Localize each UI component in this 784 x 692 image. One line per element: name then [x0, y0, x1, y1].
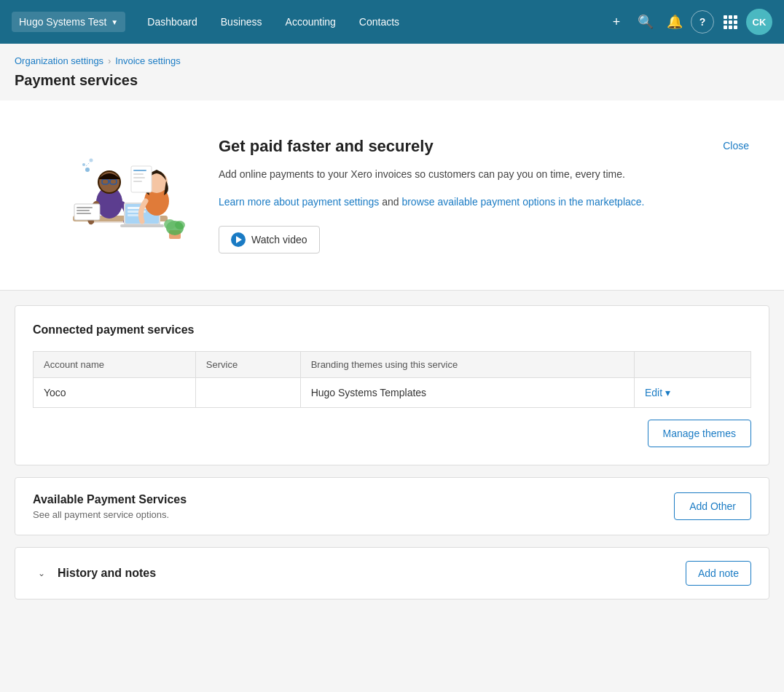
help-button[interactable]: ? [691, 10, 714, 34]
navbar: Hugo Systems Test ▼ Dashboard Business A… [0, 0, 784, 44]
promo-title: Get paid faster and securely [219, 137, 755, 156]
illustration-svg [29, 122, 189, 268]
search-icon: 🔍 [638, 14, 654, 30]
connected-table: Account name Service Branding themes usi… [33, 351, 751, 408]
plus-icon: + [613, 15, 621, 30]
svg-point-24 [85, 168, 90, 172]
cell-branding-themes: Hugo Systems Templates [300, 378, 634, 408]
cell-account-name: Yoco [34, 378, 196, 408]
svg-rect-29 [133, 170, 146, 171]
history-toggle-button[interactable]: ⌄ [33, 565, 50, 582]
available-title: Available Payment Services [33, 493, 187, 506]
promo-content: Close Get paid faster and securely Add o… [219, 137, 755, 253]
nav-dashboard[interactable]: Dashboard [137, 10, 208, 34]
breadcrumb-invoice-settings[interactable]: Invoice settings [115, 55, 181, 66]
svg-point-25 [82, 163, 85, 166]
promo-links: Learn more about payment settings and br… [219, 194, 755, 211]
grid-menu-button[interactable] [717, 9, 743, 35]
play-icon [231, 232, 246, 247]
learn-more-link[interactable]: Learn more about payment settings [219, 196, 379, 208]
main-content: Connected payment services Account name … [0, 291, 784, 614]
col-account-name: Account name [34, 352, 196, 378]
available-section: Available Payment Services See all payme… [15, 478, 769, 535]
table-header: Account name Service Branding themes usi… [34, 352, 751, 378]
col-actions [635, 352, 751, 378]
svg-rect-18 [77, 210, 90, 211]
search-button[interactable]: 🔍 [632, 9, 659, 35]
page-title: Payment services [0, 69, 784, 101]
chevron-down-icon: ⌄ [38, 568, 45, 578]
svg-point-26 [90, 159, 93, 162]
svg-rect-30 [133, 173, 144, 175]
breadcrumb: Organization settings › Invoice settings [0, 44, 784, 69]
manage-themes-button[interactable]: Manage themes [648, 420, 751, 447]
brand-chevron-icon: ▼ [111, 18, 118, 26]
svg-rect-32 [133, 181, 142, 182]
link-conjunction: and [379, 196, 401, 208]
connected-payment-services-card: Connected payment services Account name … [15, 305, 769, 465]
add-other-button[interactable]: Add Other [674, 492, 751, 520]
svg-point-22 [164, 219, 176, 229]
marketplace-link[interactable]: browse available payment options in the … [401, 196, 644, 208]
grid-icon [724, 15, 737, 29]
brand-label: Hugo Systems Test [19, 16, 106, 28]
edit-button[interactable]: Edit ▾ [645, 387, 670, 398]
brand-selector[interactable]: Hugo Systems Test ▼ [12, 12, 125, 32]
svg-line-27 [86, 162, 90, 166]
svg-rect-17 [77, 207, 93, 208]
available-description: See all payment service options. [33, 509, 187, 520]
svg-rect-19 [77, 213, 91, 214]
svg-rect-13 [120, 224, 164, 227]
history-card: ⌄ History and notes Add note [15, 547, 769, 599]
cell-edit: Edit ▾ [635, 378, 751, 408]
history-section: ⌄ History and notes Add note [15, 548, 769, 599]
add-note-button[interactable]: Add note [686, 561, 751, 586]
avatar-initials: CK [753, 17, 767, 28]
bell-icon: 🔔 [667, 14, 683, 30]
nav-business[interactable]: Business [211, 10, 273, 34]
close-button[interactable]: Close [717, 137, 755, 154]
history-title: History and notes [58, 567, 686, 580]
promo-illustration [29, 122, 189, 268]
help-icon: ? [699, 16, 706, 28]
promo-section: Close Get paid faster and securely Add o… [0, 101, 784, 291]
available-section-text: Available Payment Services See all payme… [33, 493, 187, 520]
watch-video-button[interactable]: Watch video [219, 226, 320, 253]
svg-rect-31 [133, 177, 145, 178]
watch-video-label: Watch video [251, 234, 307, 245]
table-row: Yoco Hugo Systems Templates Edit ▾ [34, 378, 751, 408]
avatar[interactable]: CK [746, 9, 772, 35]
add-button[interactable]: + [603, 9, 630, 35]
svg-point-23 [175, 221, 185, 229]
card-inner: Connected payment services Account name … [15, 306, 769, 465]
cell-service [195, 378, 300, 408]
breadcrumb-org-settings[interactable]: Organization settings [15, 55, 103, 66]
connected-section-title: Connected payment services [33, 323, 751, 337]
svg-rect-16 [74, 204, 100, 220]
promo-description: Add online payments to your Xero invoice… [219, 166, 755, 182]
available-payment-services-card: Available Payment Services See all payme… [15, 477, 769, 535]
table-body: Yoco Hugo Systems Templates Edit ▾ [34, 378, 751, 408]
breadcrumb-separator: › [108, 56, 111, 66]
col-branding-themes: Branding themes using this service [300, 352, 634, 378]
edit-label: Edit [645, 387, 662, 398]
bell-button[interactable]: 🔔 [662, 9, 688, 35]
edit-chevron-icon: ▾ [665, 387, 670, 398]
nav-accounting[interactable]: Accounting [275, 10, 346, 34]
nav-contacts[interactable]: Contacts [349, 10, 409, 34]
col-service: Service [195, 352, 300, 378]
